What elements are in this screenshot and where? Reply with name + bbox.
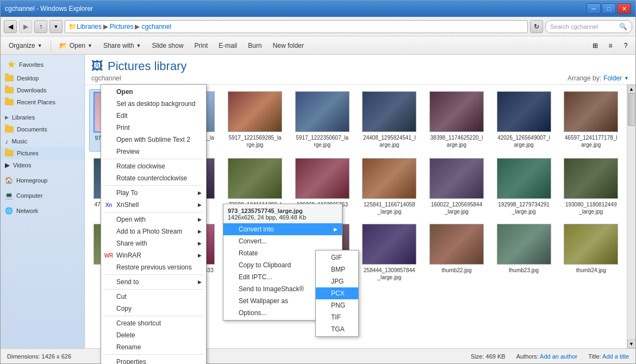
view-list-icon[interactable]: ≡	[604, 39, 617, 52]
ctx-send-to[interactable]: Send to▶	[101, 276, 206, 288]
file-item-14[interactable]: 192998_1279734291_large.jpg	[492, 156, 556, 217]
sidebar-item-homegroup[interactable]: 🏠 Homegroup	[1, 174, 84, 186]
file-item-20[interactable]: 258444_1309857844_large.jpg	[358, 222, 421, 283]
maximize-button[interactable]: □	[602, 3, 616, 14]
ctx-convert-bmp[interactable]: BMP	[316, 263, 358, 275]
ctx-delete[interactable]: Delete	[101, 329, 206, 341]
arrange-arrow-icon[interactable]: ▼	[624, 76, 629, 81]
file-item-15[interactable]: 193080_1180812449_large.jpg	[559, 156, 622, 217]
file-item-23[interactable]: thumb24.jpg	[559, 222, 622, 283]
slide-show-button[interactable]: Slide show	[147, 39, 189, 53]
ctx-convert-png[interactable]: PNG	[316, 299, 358, 311]
vertical-scrollbar[interactable]: ▲ ▼	[627, 85, 635, 348]
search-placeholder: Search cgchannel	[550, 23, 598, 30]
sidebar-item-libraries[interactable]: ▶ Libraries	[1, 111, 84, 123]
ctx-winrar[interactable]: WR WinRAR▶	[101, 249, 206, 261]
ctx-properties[interactable]: Properties	[101, 356, 206, 364]
view-help-icon[interactable]: ?	[619, 39, 632, 52]
arrange-value[interactable]: Folder	[603, 74, 622, 82]
ctx-create-shortcut[interactable]: Create shortcut	[101, 317, 206, 329]
ctx-convert-jpg[interactable]: JPG	[316, 275, 358, 287]
file-item-2[interactable]: 5917_1221569285_large.jpg	[223, 89, 286, 152]
email-button[interactable]: E-mail	[214, 39, 242, 53]
ctx-share-with[interactable]: Share with▶	[101, 237, 206, 249]
sidebar-favorites-label[interactable]: Favorites	[19, 61, 43, 68]
favorites-star-icon	[7, 60, 16, 69]
sidebar-item-music[interactable]: ♪ Music	[1, 135, 84, 147]
file-thumbnail-3	[295, 91, 350, 132]
title-value[interactable]: Add a title	[602, 353, 629, 360]
ctx-convert-into[interactable]: Convert into▶	[223, 223, 342, 235]
share-with-button[interactable]: Share with ▼	[98, 39, 146, 53]
path-libraries[interactable]: Libraries	[77, 23, 102, 30]
scroll-up-arrow[interactable]: ▲	[627, 85, 636, 93]
ctx-rotate-ccw[interactable]: Rotate counterclockwise	[101, 172, 206, 184]
ctx-add-photo-stream[interactable]: Add to a Photo Stream▶	[101, 225, 206, 237]
ctx-convert-tif[interactable]: TIF	[316, 311, 358, 323]
sidebar-item-computer[interactable]: 💻 Computer	[1, 190, 84, 202]
open-button[interactable]: 📂 Open ▼	[54, 39, 97, 53]
recent-locations-button[interactable]: ▼	[49, 20, 63, 33]
library-subtitle: cgchannel	[91, 74, 186, 82]
search-box[interactable]: Search cgchannel 🔍	[545, 20, 632, 33]
ctx-restore-versions[interactable]: Restore previous versions	[101, 261, 206, 273]
ctx-open[interactable]: Open	[101, 86, 206, 98]
address-path[interactable]: 📁 Libraries ▶ Pictures ▶ cgchannel	[65, 20, 528, 33]
xnshell-fileinfo: 1426x626, 24 bpp, 469.48 Kb	[228, 214, 338, 221]
path-cgchannel[interactable]: cgchannel	[141, 23, 171, 30]
ctx-xnshell[interactable]: Xn XnShell▶	[101, 199, 206, 211]
new-folder-button[interactable]: New folder	[268, 39, 309, 53]
sidebar-item-desktop[interactable]: Desktop	[1, 72, 84, 84]
ctx-set-desktop[interactable]: Set as desktop background	[101, 98, 206, 110]
up-button[interactable]: ↑	[34, 20, 47, 33]
ctx-edit[interactable]: Edit	[101, 110, 206, 122]
authors-value[interactable]: Add an author	[540, 353, 577, 360]
file-thumbnail-12	[362, 158, 416, 199]
path-pictures[interactable]: Pictures	[110, 23, 133, 30]
file-item-13[interactable]: 160022_1205695844_large.jpg	[425, 156, 488, 217]
ctx-preview[interactable]: Preview	[101, 146, 206, 158]
ctx-rename[interactable]: Rename	[101, 341, 206, 353]
sidebar-item-recent[interactable]: Recent Places	[1, 96, 84, 108]
ctx-rotate-cw[interactable]: Rotate clockwise	[101, 160, 206, 172]
file-item-22[interactable]: thumb23.jpg	[492, 222, 556, 283]
file-item-3[interactable]: 5917_1222350607_large.jpg	[291, 89, 354, 152]
sidebar-item-network[interactable]: 🌐 Network	[1, 205, 84, 217]
file-thumbnail-13	[429, 158, 484, 199]
scroll-down-arrow[interactable]: ▼	[627, 340, 636, 348]
ctx-convert-gif[interactable]: GIF	[316, 252, 358, 263]
search-icon[interactable]: 🔍	[619, 23, 627, 30]
scroll-thumb[interactable]	[628, 93, 635, 126]
sidebar-item-downloads[interactable]: Downloads	[1, 84, 84, 96]
file-item-12[interactable]: 125841_1166714058_large.jpg	[358, 156, 421, 217]
ctx-print[interactable]: Print	[101, 122, 206, 134]
minimize-button[interactable]: ─	[587, 3, 601, 14]
file-item-5[interactable]: 38398_1174625220_large.jpg	[425, 89, 488, 152]
burn-button[interactable]: Burn	[243, 39, 266, 53]
status-dimensions: Dimensions: 1426 x 626	[7, 353, 71, 360]
file-header: 🖼 Pictures library cgchannel Arrange by:…	[85, 55, 635, 85]
sidebar-item-videos[interactable]: ▶ Videos	[1, 159, 84, 171]
sidebar-item-pictures[interactable]: Pictures	[1, 147, 84, 159]
window-controls: ─ □ ✕	[587, 3, 631, 14]
back-button[interactable]: ◀	[4, 20, 17, 33]
ctx-open-with[interactable]: Open with▶	[101, 214, 206, 225]
file-item-6[interactable]: 42026_1265649007_large.jpg	[492, 89, 556, 152]
ctx-copy[interactable]: Copy	[101, 303, 206, 315]
ctx-cut[interactable]: Cut	[101, 291, 206, 303]
print-button[interactable]: Print	[190, 39, 213, 53]
ctx-convert-pcx[interactable]: PCX	[316, 287, 358, 299]
sidebar-item-documents[interactable]: Documents	[1, 123, 84, 135]
file-item-4[interactable]: 24408_1295824541_large.jpg	[358, 89, 421, 152]
file-item-21[interactable]: thumb22.jpg	[425, 222, 488, 283]
file-item-7[interactable]: 46597_1241177178_large.jpg	[559, 89, 622, 152]
close-button[interactable]: ✕	[617, 3, 631, 14]
ctx-convert[interactable]: Convert...	[223, 235, 342, 247]
ctx-open-sublime[interactable]: Open with Sublime Text 2	[101, 134, 206, 146]
organize-button[interactable]: Organize ▼	[4, 39, 47, 53]
view-change-icon[interactable]: ⊞	[589, 39, 602, 52]
ctx-play-to[interactable]: Play To▶	[101, 187, 206, 199]
refresh-button[interactable]: ↻	[530, 20, 543, 33]
forward-button[interactable]: ▶	[19, 20, 32, 33]
ctx-convert-tga[interactable]: TGA	[316, 323, 358, 335]
